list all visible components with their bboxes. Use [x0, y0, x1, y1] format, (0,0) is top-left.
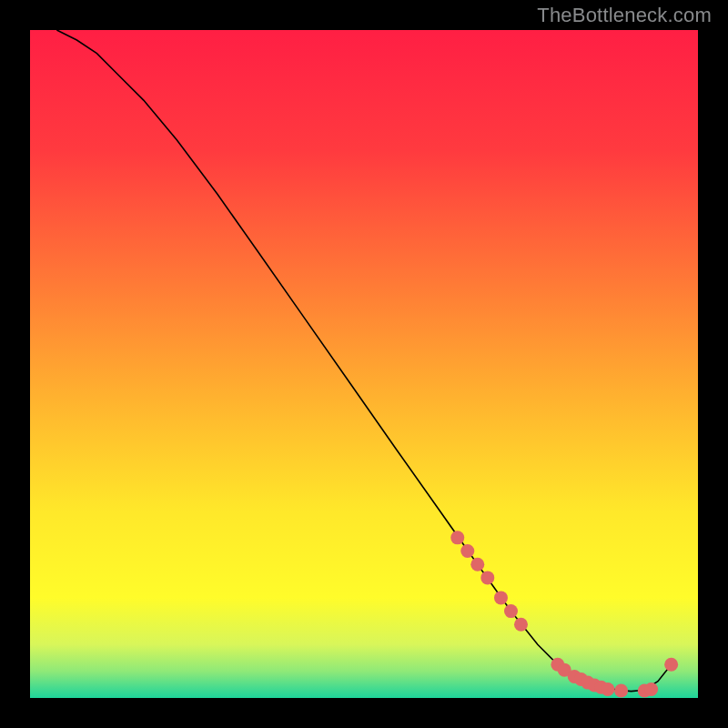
data-marker: [460, 544, 474, 558]
data-marker: [514, 618, 528, 632]
bottleneck-chart: [0, 0, 728, 728]
data-marker: [470, 558, 484, 571]
watermark-text: TheBottleneck.com: [537, 4, 712, 27]
data-marker: [664, 658, 678, 672]
plot-background: [30, 30, 698, 698]
data-marker: [644, 682, 658, 696]
chart-stage: TheBottleneck.com: [0, 0, 728, 728]
data-marker: [450, 531, 464, 544]
data-marker: [601, 682, 614, 696]
data-marker: [480, 571, 494, 584]
data-marker: [504, 604, 518, 618]
data-marker: [494, 591, 508, 604]
data-marker: [614, 683, 628, 697]
